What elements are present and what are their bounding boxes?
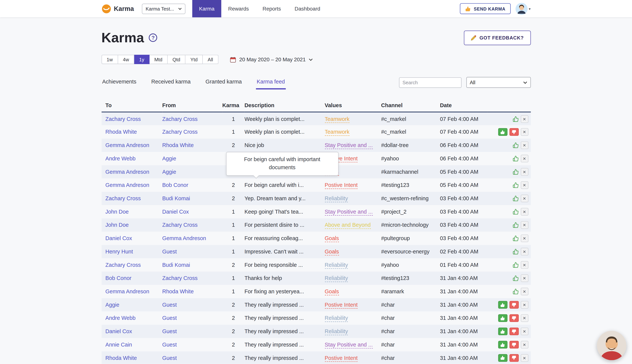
time-filter-ytd[interactable]: Ytd <box>186 55 203 64</box>
like-button[interactable] <box>498 301 507 309</box>
dismiss-button[interactable]: × <box>521 208 528 216</box>
like-button[interactable] <box>512 116 518 122</box>
to-link[interactable]: Annie Cain <box>105 342 132 348</box>
search-input[interactable] <box>399 77 461 88</box>
from-link[interactable]: Rhoda White <box>162 288 194 294</box>
to-link[interactable]: Gemma Andreson <box>105 182 149 188</box>
from-link[interactable]: Zachary Cross <box>162 129 198 135</box>
col-description[interactable]: Description <box>245 100 325 112</box>
value-tag[interactable]: Reliability <box>325 262 348 269</box>
time-filter-4w[interactable]: 4w <box>118 55 134 64</box>
dismiss-button[interactable]: × <box>521 234 528 242</box>
dislike-button[interactable] <box>509 354 518 362</box>
filter-dropdown[interactable]: All <box>466 77 531 88</box>
like-button[interactable] <box>512 195 518 201</box>
col-values[interactable]: Values <box>325 100 381 112</box>
from-link[interactable]: Guest <box>162 328 177 334</box>
to-link[interactable]: Zachary Cross <box>105 116 141 122</box>
date-range-picker[interactable]: 20 May 2020 – 20 May 2021 <box>226 55 316 64</box>
webcam-bubble[interactable] <box>597 331 626 360</box>
from-link[interactable]: Zachary Cross <box>162 275 198 281</box>
dismiss-button[interactable]: × <box>521 248 528 256</box>
to-link[interactable]: Rhoda White <box>105 129 137 135</box>
from-link[interactable]: Guest <box>162 355 177 361</box>
time-filter-qtd[interactable]: Qtd <box>168 55 186 64</box>
to-link[interactable]: Gemma Andreson <box>105 142 149 148</box>
value-tag[interactable]: Teamwork <box>325 129 349 136</box>
tab-received-karma[interactable]: Received karma <box>151 76 192 90</box>
time-filter-all[interactable]: All <box>203 55 218 64</box>
from-link[interactable]: Guest <box>162 342 177 348</box>
like-button[interactable] <box>498 328 507 335</box>
dismiss-button[interactable]: × <box>521 341 528 348</box>
value-tag[interactable]: Above and Beyond <box>325 222 371 229</box>
value-tag[interactable]: Stay Positive and ... <box>325 142 373 149</box>
from-link[interactable]: Rhoda White <box>162 142 194 148</box>
from-link[interactable]: Daniel Cox <box>162 209 189 215</box>
from-link[interactable]: Budi Komai <box>162 195 190 201</box>
from-link[interactable]: Zachary Cross <box>162 222 198 228</box>
dismiss-button[interactable]: × <box>521 301 528 309</box>
from-link[interactable]: Bob Conor <box>162 182 188 188</box>
like-button[interactable] <box>512 182 518 188</box>
dismiss-button[interactable]: × <box>521 168 528 176</box>
value-tag[interactable]: Teamwork <box>325 116 349 122</box>
to-link[interactable]: Daniel Cox <box>105 328 132 334</box>
value-tag[interactable]: Postive Intent <box>325 302 358 308</box>
to-link[interactable]: John Doe <box>105 222 129 228</box>
workspace-select[interactable]: Karma Test... <box>142 4 185 14</box>
value-tag[interactable]: Postive Intent <box>325 355 358 362</box>
dislike-button[interactable] <box>509 301 518 309</box>
value-tag[interactable]: Goals <box>325 235 339 242</box>
like-button[interactable] <box>512 222 518 228</box>
tab-karma-feed[interactable]: Karma feed <box>256 76 286 90</box>
send-karma-button[interactable]: SEND KARMA <box>460 3 511 14</box>
time-filter-1w[interactable]: 1w <box>101 55 118 64</box>
time-filter-mtd[interactable]: Mtd <box>150 55 168 64</box>
to-link[interactable]: Andre Webb <box>105 156 136 162</box>
value-tag[interactable]: Reliability <box>325 195 348 202</box>
like-button[interactable] <box>512 275 518 281</box>
like-button[interactable] <box>498 341 507 348</box>
dismiss-button[interactable]: × <box>521 115 528 123</box>
nav-item-reports[interactable]: Reports <box>256 0 288 17</box>
to-link[interactable]: Daniel Cox <box>105 235 132 241</box>
from-link[interactable]: Aggie <box>162 169 176 175</box>
to-link[interactable]: Zachary Cross <box>105 195 141 201</box>
dismiss-button[interactable]: × <box>521 274 528 282</box>
to-link[interactable]: Rhoda White <box>105 355 137 361</box>
like-button[interactable] <box>512 209 518 215</box>
to-link[interactable]: Gemma Andreson <box>105 169 149 175</box>
karma-logo[interactable]: Karma <box>101 4 134 13</box>
dismiss-button[interactable]: × <box>521 155 528 162</box>
to-link[interactable]: Zachary Cross <box>105 262 141 268</box>
nav-item-karma[interactable]: Karma <box>192 0 221 17</box>
tab-granted-karma[interactable]: Granted karma <box>205 76 243 90</box>
dislike-button[interactable] <box>509 328 518 335</box>
dismiss-button[interactable]: × <box>521 142 528 149</box>
dismiss-button[interactable]: × <box>521 354 528 362</box>
dismiss-button[interactable]: × <box>521 328 528 335</box>
to-link[interactable]: John Doe <box>105 209 129 215</box>
to-link[interactable]: Aggie <box>105 302 119 308</box>
time-filter-1y[interactable]: 1y <box>134 55 150 64</box>
dismiss-button[interactable]: × <box>521 288 528 295</box>
dislike-button[interactable] <box>509 341 518 348</box>
like-button[interactable] <box>512 262 518 268</box>
from-link[interactable]: Guest <box>162 248 177 254</box>
to-link[interactable]: Gemma Andreson <box>105 288 149 294</box>
from-link[interactable]: Gemma Andreson <box>162 235 206 241</box>
to-link[interactable]: Henry Hunt <box>105 248 133 254</box>
like-button[interactable] <box>498 314 507 322</box>
like-button[interactable] <box>512 156 518 162</box>
like-button[interactable] <box>512 235 518 241</box>
from-link[interactable]: Guest <box>162 302 177 308</box>
dislike-button[interactable] <box>509 314 518 322</box>
value-tag[interactable]: Stay Positive and ... <box>325 342 373 348</box>
like-button[interactable] <box>512 248 518 254</box>
dislike-button[interactable] <box>509 128 518 136</box>
nav-item-rewards[interactable]: Rewards <box>221 0 256 17</box>
value-tag[interactable]: Goals <box>325 248 339 255</box>
value-tag[interactable]: Postive Intent <box>325 182 358 189</box>
help-icon[interactable]: ? <box>149 34 157 42</box>
